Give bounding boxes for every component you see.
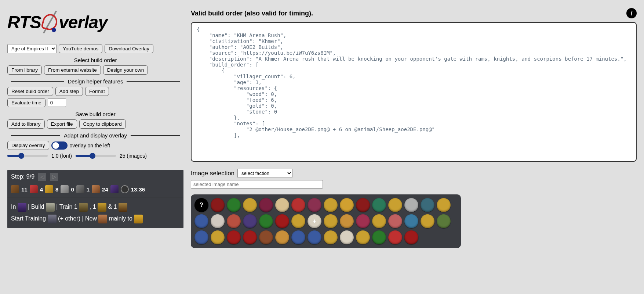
faction-icon[interactable] bbox=[388, 230, 402, 244]
faction-icon[interactable] bbox=[404, 230, 418, 244]
faction-icon[interactable] bbox=[211, 198, 225, 212]
select-build-order-heading: Select build order bbox=[7, 57, 183, 63]
faction-icon[interactable] bbox=[372, 230, 386, 244]
faction-icon[interactable] bbox=[275, 198, 289, 212]
prev-step-button[interactable]: ◁ bbox=[38, 173, 46, 181]
faction-icon[interactable] bbox=[291, 214, 305, 228]
faction-icon[interactable]: + bbox=[308, 214, 321, 228]
faction-icon[interactable] bbox=[388, 198, 402, 212]
from-external-button[interactable]: From external website bbox=[44, 65, 101, 75]
faction-icon[interactable] bbox=[243, 230, 257, 244]
faction-icon[interactable] bbox=[291, 198, 305, 212]
build-order-json-editor[interactable] bbox=[191, 22, 637, 162]
salamander-icon bbox=[39, 11, 61, 33]
image-selection-label: Image selection bbox=[191, 170, 234, 177]
faction-icon[interactable] bbox=[404, 198, 418, 212]
builder-count: 1 bbox=[87, 186, 90, 193]
selected-image-name-input[interactable] bbox=[191, 180, 323, 189]
faction-icon[interactable] bbox=[340, 214, 354, 228]
age-icon bbox=[110, 185, 119, 193]
evaluate-time-button[interactable]: Evaluate time bbox=[7, 98, 46, 107]
faction-icon[interactable] bbox=[421, 198, 434, 212]
faction-icon[interactable] bbox=[259, 230, 273, 244]
knight-train-icon bbox=[48, 215, 57, 223]
download-overlay-button[interactable]: Download Overlay bbox=[105, 44, 153, 53]
copy-clipboard-button[interactable]: Copy to clipboard bbox=[79, 119, 126, 129]
faction-icon[interactable] bbox=[421, 214, 434, 228]
format-button[interactable]: Format bbox=[85, 87, 109, 96]
ram-icon bbox=[79, 203, 88, 212]
faction-icon[interactable] bbox=[275, 230, 289, 244]
app-logo: RTS verlay bbox=[7, 11, 183, 33]
faction-icon[interactable] bbox=[291, 230, 305, 244]
faction-icon[interactable] bbox=[340, 198, 354, 212]
faction-icon[interactable] bbox=[211, 214, 225, 228]
faction-icon[interactable] bbox=[308, 198, 321, 212]
food-count: 4 bbox=[40, 186, 43, 193]
overlay-notes: In | Build | Train 1 , 1 & 1 Start Train… bbox=[7, 197, 183, 228]
faction-icon[interactable] bbox=[308, 230, 321, 244]
clock-icon bbox=[121, 185, 129, 193]
add-step-button[interactable]: Add step bbox=[55, 87, 83, 96]
faction-icon[interactable] bbox=[324, 198, 338, 212]
knight-icon bbox=[119, 203, 127, 212]
save-build-order-heading: Save build order bbox=[7, 111, 183, 117]
info-icon[interactable]: i bbox=[626, 8, 637, 18]
image-size-slider[interactable] bbox=[76, 155, 116, 157]
validation-status: Valid build order (also valid for timing… bbox=[191, 10, 313, 17]
overlay-side-toggle[interactable] bbox=[51, 141, 68, 150]
faction-icon[interactable] bbox=[388, 214, 402, 228]
overlay-side-label: overlay on the left bbox=[70, 143, 110, 148]
design-your-own-button[interactable]: Design your own bbox=[103, 65, 148, 75]
add-to-library-button[interactable]: Add to library bbox=[7, 119, 45, 129]
faction-icon[interactable] bbox=[194, 214, 208, 228]
logo-text-left: RTS bbox=[7, 12, 41, 32]
faction-icon[interactable] bbox=[243, 198, 257, 212]
faction-icon[interactable] bbox=[437, 198, 451, 212]
faction-icon[interactable] bbox=[259, 198, 273, 212]
faction-icon[interactable] bbox=[227, 198, 241, 212]
faction-icon[interactable] bbox=[356, 214, 370, 228]
font-size-label: 1.0 (font) bbox=[51, 153, 72, 159]
wood-count: 11 bbox=[21, 186, 28, 193]
faction-icon[interactable] bbox=[243, 214, 257, 228]
image-size-label: 25 (images) bbox=[120, 153, 147, 159]
food-icon bbox=[30, 185, 38, 193]
faction-icon[interactable] bbox=[356, 198, 370, 212]
faction-icon[interactable] bbox=[211, 230, 225, 244]
new-villager-icon bbox=[98, 215, 107, 223]
faction-unknown-icon[interactable]: ? bbox=[194, 198, 208, 212]
step-label: Step: 9/9 bbox=[11, 173, 34, 180]
faction-icon[interactable] bbox=[275, 214, 289, 228]
evaluate-time-input[interactable] bbox=[48, 98, 66, 107]
adapt-display-heading: Adapt and display overlay bbox=[7, 132, 183, 139]
logo-text-right: verlay bbox=[59, 12, 108, 32]
faction-icon[interactable] bbox=[372, 214, 386, 228]
reset-build-order-button[interactable]: Reset build order bbox=[7, 87, 53, 96]
faction-icon[interactable] bbox=[324, 214, 338, 228]
game-select[interactable]: Age of Empires II bbox=[7, 44, 57, 53]
faction-icon[interactable] bbox=[227, 230, 241, 244]
faction-icon[interactable] bbox=[372, 198, 386, 212]
stone-icon bbox=[61, 185, 69, 193]
youtube-demos-button[interactable]: YouTube demos bbox=[59, 44, 102, 53]
next-step-button[interactable]: ▷ bbox=[50, 173, 58, 181]
wood-icon bbox=[11, 185, 19, 193]
faction-icon[interactable] bbox=[404, 214, 418, 228]
from-library-button[interactable]: From library bbox=[7, 65, 42, 75]
faction-icon[interactable] bbox=[324, 230, 338, 244]
builder-icon bbox=[76, 185, 84, 193]
faction-icon[interactable] bbox=[340, 230, 354, 244]
gold-icon bbox=[45, 185, 53, 193]
gold-count: 8 bbox=[55, 186, 58, 193]
faction-icon[interactable] bbox=[259, 214, 273, 228]
display-overlay-button[interactable]: Display overlay bbox=[7, 141, 49, 150]
export-file-button[interactable]: Export file bbox=[47, 119, 77, 129]
faction-icon[interactable] bbox=[227, 214, 241, 228]
faction-icon[interactable] bbox=[194, 230, 208, 244]
font-size-slider[interactable] bbox=[7, 155, 48, 157]
villager-count: 24 bbox=[102, 186, 108, 193]
faction-icon[interactable] bbox=[437, 214, 451, 228]
faction-select[interactable]: select faction bbox=[237, 169, 292, 178]
faction-icon[interactable] bbox=[356, 230, 370, 244]
